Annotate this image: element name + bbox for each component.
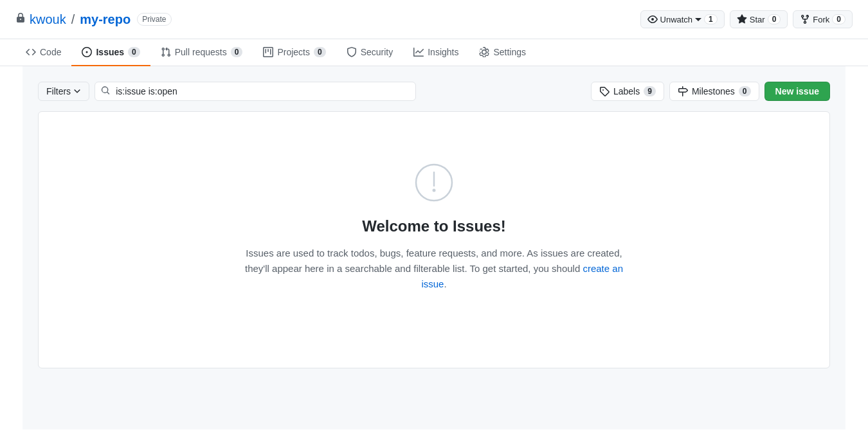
star-icon [737, 14, 747, 24]
tab-insights[interactable]: Insights [403, 39, 469, 66]
filters-button[interactable]: Filters [38, 82, 89, 101]
insights-icon [413, 47, 424, 57]
issues-count: 0 [128, 47, 140, 57]
tab-insights-label: Insights [428, 47, 458, 57]
tab-settings[interactable]: Settings [469, 39, 536, 66]
repo-name-link[interactable]: my-repo [80, 12, 131, 27]
empty-description-prefix: Issues are used to track todos, bugs, fe… [245, 248, 622, 274]
star-count: 0 [768, 14, 781, 24]
tab-projects-label: Projects [277, 47, 310, 57]
eye-icon [647, 14, 658, 24]
star-label: Star [750, 15, 765, 24]
fork-icon [800, 14, 810, 24]
labels-count: 9 [644, 86, 656, 96]
milestones-label: Milestones [692, 86, 735, 96]
milestone-icon [678, 86, 688, 96]
search-icon [101, 86, 110, 97]
unwatch-label: Unwatch [660, 15, 693, 24]
unwatch-count: 1 [704, 14, 718, 24]
new-issue-button[interactable]: New issue [764, 82, 830, 101]
fork-count: 0 [832, 14, 845, 24]
star-button[interactable]: Star 0 [730, 10, 788, 28]
tab-security-label: Security [361, 47, 393, 57]
tab-issues[interactable]: Issues 0 [71, 39, 150, 66]
code-icon [26, 47, 36, 57]
toolbar-left: Filters [38, 82, 591, 101]
repo-header: kwouk / my-repo Private Unwatch 1 Star 0 [0, 0, 868, 39]
pr-icon [161, 47, 171, 57]
fork-label: Fork [813, 15, 829, 24]
page-wrapper: kwouk / my-repo Private Unwatch 1 Star 0 [0, 0, 868, 434]
filters-label: Filters [46, 86, 71, 96]
private-badge: Private [137, 13, 171, 26]
repo-owner-link[interactable]: kwouk [30, 12, 66, 27]
issues-toolbar: Filters [38, 82, 830, 101]
settings-icon [479, 47, 489, 57]
chevron-down-icon [73, 87, 81, 95]
tab-settings-label: Settings [493, 47, 526, 57]
pr-count: 0 [231, 47, 243, 57]
toolbar-right: Labels 9 Milestones 0 New issue [591, 82, 830, 101]
svg-point-1 [433, 189, 436, 192]
tab-projects[interactable]: Projects 0 [253, 39, 336, 66]
projects-icon [263, 47, 273, 57]
empty-state-description: Issues are used to track todos, bugs, fe… [241, 246, 627, 292]
tab-code[interactable]: Code [15, 39, 71, 66]
label-icon [599, 86, 610, 96]
search-input[interactable] [95, 82, 416, 101]
repo-actions: Unwatch 1 Star 0 Fork 0 [640, 10, 853, 28]
empty-state-icon [415, 163, 453, 202]
search-wrapper [95, 82, 416, 101]
unwatch-button[interactable]: Unwatch 1 [640, 10, 725, 28]
empty-state-title: Welcome to Issues! [362, 217, 506, 235]
tab-pull-requests[interactable]: Pull requests 0 [150, 39, 253, 66]
issues-icon [82, 47, 92, 57]
tab-code-label: Code [40, 47, 61, 57]
security-icon [347, 47, 357, 57]
labels-label: Labels [613, 86, 640, 96]
dropdown-icon [695, 16, 701, 23]
milestones-button[interactable]: Milestones 0 [669, 82, 759, 101]
labels-button[interactable]: Labels 9 [591, 82, 664, 101]
tab-security[interactable]: Security [336, 39, 404, 66]
issues-container: Welcome to Issues! Issues are used to tr… [38, 111, 830, 368]
fork-button[interactable]: Fork 0 [793, 10, 853, 28]
milestones-count: 0 [739, 86, 751, 96]
repo-slash: / [71, 12, 75, 27]
empty-description-suffix: . [444, 278, 446, 289]
tab-pr-label: Pull requests [175, 47, 227, 57]
repo-title: kwouk / my-repo Private [15, 12, 172, 27]
empty-state: Welcome to Issues! Issues are used to tr… [39, 112, 829, 343]
main-content: Filters [23, 66, 845, 429]
tab-issues-label: Issues [96, 47, 124, 57]
repo-nav: Code Issues 0 Pull requests 0 Projects 0 [0, 39, 868, 66]
lock-icon [15, 13, 26, 26]
projects-count: 0 [314, 47, 326, 57]
